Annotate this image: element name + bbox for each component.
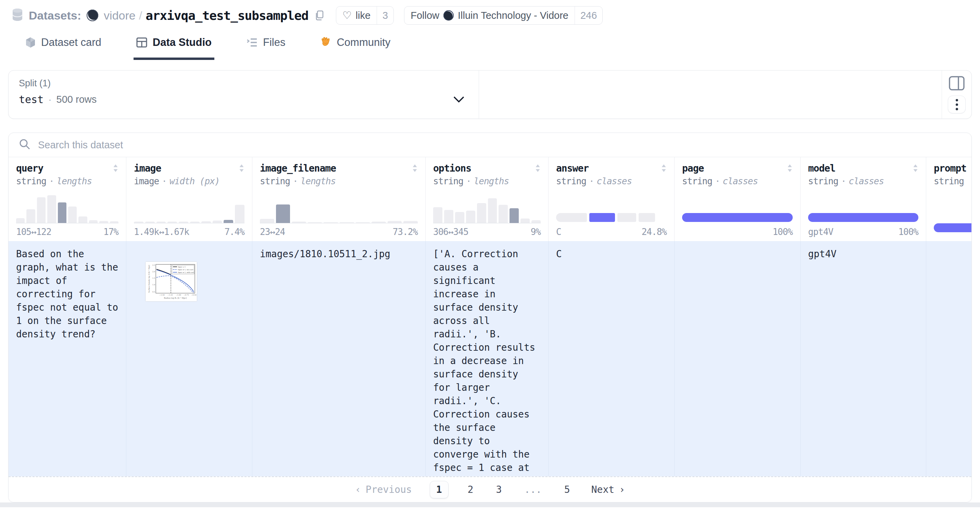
- stat-range: 23↔24: [260, 227, 285, 237]
- column-header-page[interactable]: pagestring·classes100%: [675, 157, 800, 241]
- page-button-2[interactable]: 2: [464, 482, 477, 497]
- histogram-bar: [444, 210, 453, 223]
- tab-label: Dataset card: [41, 36, 101, 49]
- chevron-left-icon: ‹: [355, 484, 361, 495]
- histogram-bar: [509, 208, 519, 223]
- panel-toggle-icon[interactable]: [948, 76, 965, 91]
- cell-page[interactable]: [675, 241, 800, 476]
- org-avatar: [444, 10, 454, 21]
- tab-files[interactable]: Files: [244, 28, 288, 60]
- class-segment: [556, 213, 587, 222]
- tab-data-studio[interactable]: Data Studio: [134, 28, 214, 60]
- community-hand-icon: [320, 37, 331, 48]
- histogram-bar: [89, 220, 98, 223]
- owner-avatar[interactable]: [87, 10, 98, 21]
- histogram-bar: [26, 209, 35, 223]
- tab-community[interactable]: Community: [317, 28, 393, 60]
- column-type: string: [934, 176, 971, 186]
- dataset-name[interactable]: arxivqa_test_subsampled: [146, 9, 309, 22]
- tab-label: Files: [263, 36, 285, 49]
- column-type: string·classes: [682, 176, 793, 186]
- sort-icon[interactable]: [787, 163, 793, 173]
- cell-image_filename[interactable]: images/1810.10511_2.jpg: [252, 241, 426, 476]
- column-title-row: image_filename: [260, 163, 418, 174]
- column-title-row: image: [134, 163, 245, 174]
- more-options-button[interactable]: [948, 96, 966, 113]
- table-header-row: querystring·lengths105↔12217%imageimage·…: [9, 157, 971, 241]
- next-page-button[interactable]: Next ›: [589, 484, 627, 495]
- sort-icon[interactable]: [913, 163, 918, 173]
- page-button-1[interactable]: 1: [430, 481, 449, 498]
- split-card-spacer: [479, 70, 942, 118]
- histogram-bar: [99, 221, 108, 223]
- column-header-model[interactable]: modelstring·classesgpt4V100%: [800, 157, 926, 241]
- sort-icon[interactable]: [535, 163, 541, 173]
- cell-query[interactable]: Based on the graph, what is the impact o…: [9, 241, 126, 476]
- column-class-bar: [556, 189, 667, 223]
- cube-icon: [25, 37, 36, 48]
- column-header-prompt[interactable]: promptstring: [926, 157, 971, 241]
- tab-dataset-card[interactable]: Dataset card: [22, 28, 104, 60]
- owner-link[interactable]: vidore: [104, 9, 135, 22]
- cell-options[interactable]: ['A. Correction causes a significant inc…: [426, 241, 549, 476]
- histogram-bar: [520, 218, 530, 223]
- column-type: string·lengths: [433, 176, 541, 186]
- column-header-options[interactable]: optionsstring·lengths306↔3459%: [426, 157, 549, 241]
- previous-page-button[interactable]: ‹ Previous: [353, 484, 414, 495]
- column-header-image[interactable]: imageimage·width (px)1.49k↔1.67k7.4%: [126, 157, 252, 241]
- class-segment: [934, 223, 971, 232]
- follower-count[interactable]: 246: [574, 6, 602, 24]
- column-stats: 100%: [682, 227, 793, 237]
- split-dropdown[interactable]: Split (1) test · 500 rows: [9, 70, 479, 118]
- stat-range: gpt4V: [808, 227, 833, 237]
- page-button-5[interactable]: 5: [561, 482, 574, 497]
- follow-button[interactable]: Follow Illuin Technology - Vidore 246: [404, 6, 603, 25]
- column-histogram: [433, 190, 541, 223]
- class-segment: [682, 213, 793, 222]
- svg-text:−1.00: −1.00: [176, 294, 181, 296]
- histogram-bar: [16, 218, 25, 223]
- table-grid-icon: [136, 37, 147, 48]
- class-segment: [617, 213, 636, 222]
- column-title-row: model: [808, 163, 918, 174]
- stat-range: 306↔345: [433, 227, 468, 237]
- stat-percent: 24.8%: [642, 227, 667, 237]
- column-subtype: classes: [597, 176, 632, 186]
- search-input[interactable]: [37, 139, 971, 151]
- like-count[interactable]: 3: [377, 6, 393, 24]
- column-stats: C24.8%: [556, 227, 667, 237]
- file-tree-icon: [247, 37, 258, 48]
- histogram-bar: [324, 222, 338, 223]
- copy-dataset-name-button[interactable]: [313, 9, 326, 22]
- type-separator-dot: ·: [715, 176, 720, 186]
- histogram-bar: [110, 221, 118, 223]
- svg-text:1.0: 1.0: [153, 283, 155, 286]
- column-header-answer[interactable]: answerstring·classesC24.8%: [549, 157, 675, 241]
- cell-answer[interactable]: C: [549, 241, 675, 476]
- sort-icon[interactable]: [113, 163, 118, 173]
- row-image-thumbnail[interactable]: 2.5 2.0 1.5 1.0 0.5 −1.50 −1.25 −1.00 −0…: [145, 261, 197, 302]
- histogram-bar: [499, 205, 508, 223]
- cell-model[interactable]: gpt4V: [800, 241, 926, 476]
- class-bar: [934, 223, 971, 232]
- cell-image[interactable]: 2.5 2.0 1.5 1.0 0.5 −1.50 −1.25 −1.00 −0…: [126, 241, 252, 476]
- svg-text:Surface Density log Σ [h⁻² Mpc: Surface Density log Σ [h⁻² Mpc]: [148, 265, 150, 293]
- page-ellipsis: ...: [521, 482, 545, 497]
- sort-icon[interactable]: [661, 163, 667, 173]
- sort-icon[interactable]: [412, 163, 418, 173]
- column-header-image_filename[interactable]: image_filenamestring·lengths23↔2473.2%: [252, 157, 426, 241]
- column-header-query[interactable]: querystring·lengths105↔12217%: [9, 157, 126, 241]
- histogram-bar: [201, 221, 211, 223]
- class-bar: [682, 213, 793, 222]
- pagination: ‹ Previous 1 2 3 ... 5 Next ›: [9, 476, 971, 502]
- type-separator-dot: ·: [293, 176, 298, 186]
- svg-text:2.0: 2.0: [153, 271, 155, 273]
- column-dtype: image: [134, 176, 159, 186]
- cell-prompt[interactable]: [926, 241, 971, 476]
- sort-icon[interactable]: [239, 163, 245, 173]
- page-button-3[interactable]: 3: [492, 482, 505, 497]
- stat-range: 1.49k↔1.67k: [134, 227, 189, 237]
- column-type: string·classes: [808, 176, 918, 186]
- like-button[interactable]: ♡ like 3: [336, 6, 394, 25]
- column-histogram: [134, 190, 245, 223]
